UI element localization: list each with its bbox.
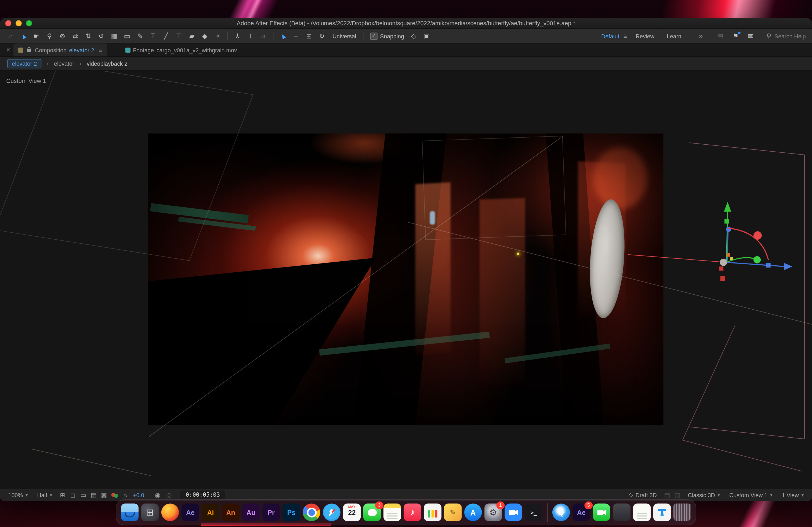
gizmo-handle[interactable] <box>727 253 730 257</box>
gizmo-y-axis-arrow[interactable] <box>724 202 731 212</box>
magnification-dropdown[interactable]: 100% ▾ <box>4 490 32 500</box>
gizmo-select-tool[interactable]: ▲ <box>277 30 289 42</box>
workspace-menu-icon[interactable]: ≡ <box>624 32 627 40</box>
position-gizmo-tool[interactable]: ⊞ <box>302 30 315 42</box>
rotation-gizmo-tool[interactable]: ↻ <box>315 30 328 42</box>
dock-after-effects[interactable]: Ae <box>182 503 199 521</box>
clone-stamp-tool[interactable]: ⊤ <box>172 30 185 42</box>
dock-utility[interactable] <box>613 503 630 521</box>
dock-premiere[interactable]: Pr <box>262 503 280 521</box>
fast-previews-button[interactable]: ◇ Draft 3D <box>624 490 661 500</box>
tab-footage[interactable]: Footage cargo_v001a_v2_withgrain.mov <box>120 44 242 56</box>
breadcrumb-item-current[interactable]: elevator 2 <box>7 59 42 69</box>
dock-audition[interactable]: Au <box>242 503 260 521</box>
dock-chrome[interactable] <box>303 503 320 521</box>
dock-finder[interactable] <box>121 503 139 521</box>
dock-separator[interactable] <box>547 503 548 522</box>
rotation-tool[interactable]: ↺ <box>95 30 108 42</box>
mask-visibility-icon[interactable]: ◻ <box>68 490 78 500</box>
snapping-checkbox[interactable]: ✓ <box>370 32 378 40</box>
region-of-interest-icon[interactable]: ▭ <box>78 490 89 500</box>
type-tool[interactable]: T <box>147 30 160 42</box>
transparency-grid-icon[interactable]: ▦ <box>88 490 99 500</box>
roto-brush-tool[interactable]: ◆ <box>199 30 211 42</box>
dock-animate[interactable]: An <box>222 503 240 521</box>
selection-tool[interactable]: ▲ <box>17 30 30 42</box>
dock-messages[interactable]: 3 <box>363 503 381 521</box>
dock-after-effects-beta[interactable]: Ae 5 <box>572 503 590 521</box>
dock-app-store[interactable]: A <box>464 503 482 521</box>
dock-notes[interactable] <box>383 503 401 521</box>
gizmo-x-rotate-handle[interactable] <box>753 231 762 240</box>
exposure-value[interactable]: +0.0 <box>133 492 144 498</box>
eraser-tool[interactable]: ▰ <box>185 30 198 42</box>
exposure-icon[interactable]: ☼ <box>120 490 131 500</box>
breadcrumb-item[interactable]: elevator <box>54 61 74 67</box>
dock-stickies[interactable]: ✎ <box>444 503 462 521</box>
puppet-pin-tool[interactable]: ⌖ <box>211 30 224 42</box>
media-browser-icon[interactable]: ▤ <box>714 30 727 42</box>
3d-transform-gizmo[interactable] <box>621 199 800 292</box>
gizmo-y-rotate-handle[interactable] <box>753 256 761 264</box>
dock-trash[interactable] <box>673 503 691 521</box>
gizmo-y-scale-handle[interactable] <box>724 219 729 224</box>
workspace-review[interactable]: Review <box>636 33 654 39</box>
dock-terminal[interactable]: >_ <box>525 503 543 521</box>
gizmo-x-scale-handle[interactable] <box>766 263 770 268</box>
dock-settings[interactable]: ⚙ 1 <box>484 503 502 521</box>
gizmo-rotation-arc[interactable] <box>728 228 768 260</box>
resolution-dropdown[interactable]: Half ▾ <box>33 490 56 500</box>
dock-zoom[interactable] <box>505 503 522 521</box>
gizmo-center-handle[interactable] <box>720 259 727 266</box>
dock-launchpad[interactable]: ⊞ <box>141 503 159 521</box>
gizmo-z-handle[interactable] <box>726 227 731 232</box>
current-time-display[interactable]: 0:00:05:03 <box>180 491 225 499</box>
dolly-camera-tool[interactable]: ⇅ <box>82 30 95 42</box>
share-view-icon[interactable]: ▥ <box>672 490 683 500</box>
view-count-dropdown[interactable]: 1 View ▾ <box>778 490 808 500</box>
workspace-overflow-icon[interactable]: » <box>699 32 703 40</box>
brush-tool[interactable]: ╱ <box>160 30 172 42</box>
pan-camera-tool[interactable]: ⇄ <box>69 30 82 42</box>
world-axis-mode[interactable]: ⊥ <box>244 30 257 42</box>
dock-photoshop[interactable]: Ps <box>282 503 300 521</box>
tab-composition[interactable]: Composition elevator 2 ≡ <box>14 44 107 56</box>
dock-textedit[interactable] <box>633 503 651 521</box>
color-channels-icon[interactable] <box>110 490 119 500</box>
grid-guides-icon[interactable]: ⊞ <box>57 490 68 500</box>
search-help[interactable]: ⚲ Search Help <box>766 32 806 40</box>
preview-quality-icon[interactable]: ▩ <box>99 490 109 500</box>
zoom-tool[interactable]: ⚲ <box>43 30 56 42</box>
take-snapshot-icon[interactable]: ◉ <box>153 490 163 500</box>
workspace-default[interactable]: Default <box>601 33 619 39</box>
composition-viewport[interactable]: Custom View 1 <box>0 71 812 488</box>
orbit-camera-tool[interactable]: ⊚ <box>56 30 69 42</box>
dock-illustrator[interactable]: Ai <box>202 503 219 521</box>
renderer-dropdown[interactable]: Classic 3D ▾ <box>684 490 724 500</box>
comments-icon[interactable]: ✉ <box>744 30 757 42</box>
panel-menu-icon[interactable]: ≡ <box>99 46 103 54</box>
home-tool[interactable]: ⌂ <box>4 30 17 42</box>
workspace-learn[interactable]: Learn <box>667 33 681 39</box>
universal-gizmo-tool[interactable]: + <box>289 30 302 42</box>
breadcrumb-item[interactable]: videoplayback 2 <box>87 61 128 67</box>
panel-close-icon[interactable]: ✕ <box>6 47 11 52</box>
gizmo-handle[interactable] <box>719 267 723 270</box>
rectangle-tool[interactable]: ▭ <box>120 30 133 42</box>
show-snapshot-icon[interactable]: ◎ <box>164 490 174 500</box>
dock-music[interactable]: ♪ <box>404 503 421 521</box>
view-layout-icon[interactable]: ▤ <box>662 490 672 500</box>
gizmo-handle[interactable] <box>721 276 725 281</box>
snap-to-features-icon[interactable]: ▣ <box>420 30 433 42</box>
camera-tool[interactable]: ▦ <box>108 30 120 42</box>
view-dropdown[interactable]: Custom View 1 ▾ <box>725 490 777 500</box>
composition-frame[interactable] <box>148 134 664 425</box>
dock-numbers[interactable] <box>424 503 442 521</box>
snap-along-edges-icon[interactable]: ◇ <box>407 30 420 42</box>
dock-keynote[interactable] <box>653 503 671 521</box>
gizmo-x-axis-arrow[interactable] <box>784 263 793 270</box>
dock-safari[interactable] <box>323 503 340 521</box>
dock-calendar[interactable]: MAY 22 <box>343 503 361 521</box>
local-axis-mode[interactable]: ⅄ <box>231 30 244 42</box>
dock-quicktime[interactable]: Q <box>552 503 570 521</box>
